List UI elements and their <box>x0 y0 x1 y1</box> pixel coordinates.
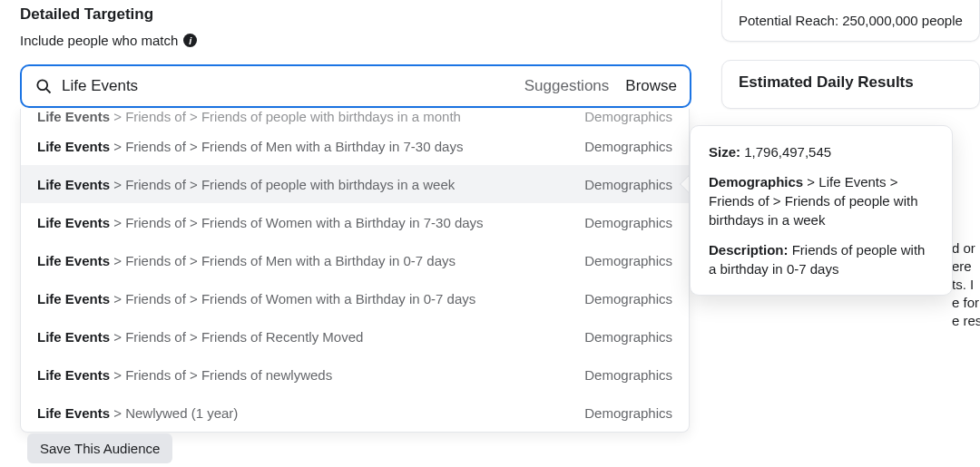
option-tooltip: Size: 1,796,497,545 Demographics > Life … <box>690 125 953 296</box>
option-path: Life Events > Friends of > Friends of ne… <box>37 367 332 383</box>
option-category: Demographics <box>584 139 672 154</box>
section-title: Detailed Targeting <box>20 5 691 24</box>
option-path: Life Events > Newlywed (1 year) <box>37 405 238 421</box>
option-path: Life Events > Friends of > Friends of Me… <box>37 139 463 154</box>
reach-value: 250,000,000 people <box>842 13 963 28</box>
option-category: Demographics <box>584 291 672 306</box>
tooltip-path-label: Demographics <box>709 174 803 190</box>
est-title: Estimated Daily Results <box>739 73 963 92</box>
option-path: Life Events > Friends of > Friends of pe… <box>37 177 455 192</box>
tooltip-size-label: Size: <box>709 144 740 160</box>
option-row[interactable]: Life Events > Friends of > Friends of Wo… <box>21 203 689 241</box>
option-path: Life Events > Friends of > Friends of Me… <box>37 253 456 268</box>
option-path: Life Events > Friends of > Friends of Re… <box>37 329 363 345</box>
option-category: Demographics <box>584 405 672 421</box>
background-text: d or ere ts. I e for e res <box>948 209 980 330</box>
option-category: Demographics <box>584 215 672 230</box>
potential-reach-card: Potential Reach: 250,000,000 people <box>721 0 980 42</box>
tooltip-desc-label: Description: <box>709 242 789 258</box>
option-row[interactable]: Life Events > Friends of > Friends of ne… <box>21 355 689 394</box>
reach-label: Potential Reach: <box>739 13 842 28</box>
option-path: Life Events > Friends of > Friends of Wo… <box>37 291 475 306</box>
tooltip-size-value: 1,796,497,545 <box>744 144 831 160</box>
option-row[interactable]: Life Events > Newlywed (1 year)Demograph… <box>21 394 689 432</box>
svg-line-1 <box>46 89 51 93</box>
search-input[interactable] <box>62 77 524 95</box>
option-path: Life Events > Friends of > Friends of Wo… <box>37 215 484 230</box>
browse-link[interactable]: Browse <box>625 77 677 95</box>
svg-point-0 <box>37 80 47 90</box>
targeting-dropdown: Life Events > Friends of > Friends of pe… <box>20 109 690 433</box>
estimated-daily-results-card: Estimated Daily Results <box>721 60 980 109</box>
suggestions-link[interactable]: Suggestions <box>524 77 610 95</box>
option-row[interactable]: Life Events > Friends of > Friends of Me… <box>21 241 689 279</box>
option-category: Demographics <box>584 367 672 383</box>
option-row[interactable]: Life Events > Friends of > Friends of Me… <box>21 127 689 165</box>
option-row[interactable]: Life Events > Friends of > Friends of Re… <box>21 317 689 355</box>
option-category: Demographics <box>584 253 672 268</box>
info-icon[interactable]: i <box>183 34 197 47</box>
search-icon <box>34 77 53 95</box>
search-field-container[interactable]: Suggestions Browse <box>20 64 691 108</box>
section-subtitle: Include people who match <box>20 33 178 48</box>
option-category: Demographics <box>584 329 672 345</box>
option-category: Demographics <box>584 177 672 192</box>
option-row[interactable]: Life Events > Friends of > Friends of Wo… <box>21 279 689 317</box>
save-audience-button[interactable]: Save This Audience <box>27 433 172 463</box>
background-card-fragment: d or ere ts. I e for e res <box>948 209 980 372</box>
option-row[interactable]: Life Events > Friends of > Friends of pe… <box>21 165 689 203</box>
option-truncated: Life Events > Friends of > Friends of pe… <box>21 109 689 127</box>
